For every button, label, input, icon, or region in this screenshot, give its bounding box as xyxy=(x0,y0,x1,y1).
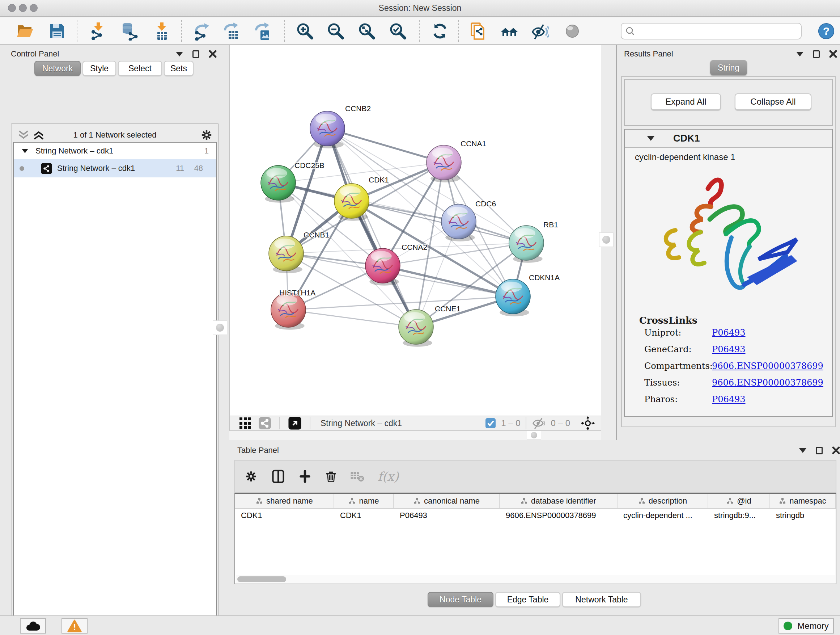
expand-all-button[interactable]: Expand All xyxy=(651,93,721,110)
zoom-selected-icon[interactable] xyxy=(388,22,407,41)
table-cell[interactable]: 9606.ENSP00000378699 xyxy=(500,509,617,524)
crosslink-label: GeneCard: xyxy=(644,344,692,355)
import-network-from-database-icon[interactable] xyxy=(120,22,139,41)
table-cell[interactable]: CDK1 xyxy=(334,509,394,524)
tab-network-table[interactable]: Network Table xyxy=(562,592,641,607)
save-session-icon[interactable] xyxy=(48,22,66,41)
column-header-shared-name[interactable]: shared name xyxy=(235,494,334,508)
network-canvas[interactable]: CCNB2CCNA1CDC25BCDK1CDC6RB1CCNB1CCNA2CDK… xyxy=(229,45,601,416)
table-cell[interactable]: P06493 xyxy=(394,509,500,524)
close-panel-icon[interactable] xyxy=(209,50,217,58)
hide-selected-icon[interactable] xyxy=(531,22,549,41)
gene-section-header[interactable]: CDK1 xyxy=(625,130,832,148)
float-panel-icon[interactable] xyxy=(193,50,199,58)
collapse-panel-icon[interactable] xyxy=(176,52,183,57)
show-all-icon[interactable] xyxy=(563,22,582,41)
column-header-database-identifier[interactable]: database identifier xyxy=(500,494,617,508)
selected-checkbox-icon[interactable] xyxy=(485,418,496,429)
node-label-CCNB2: CCNB2 xyxy=(345,104,371,112)
graph-node-CCNA1[interactable]: CCNA1 xyxy=(426,139,486,182)
cloud-button[interactable] xyxy=(20,618,46,633)
export-image-icon[interactable] xyxy=(253,22,272,41)
memory-button[interactable]: Memory xyxy=(778,618,834,633)
refresh-icon[interactable] xyxy=(431,22,449,41)
crosslink-value-link[interactable]: P06493 xyxy=(712,344,745,355)
table-cell[interactable]: stringdb:9... xyxy=(708,509,770,524)
crosslinks-title: CrossLinks xyxy=(639,315,698,326)
horizontal-splitter[interactable] xyxy=(229,431,601,440)
current-network-name: String Network – cdk1 xyxy=(321,418,402,428)
collapse-panel-icon[interactable] xyxy=(799,448,806,453)
zoom-in-icon[interactable] xyxy=(295,22,314,41)
gear-icon[interactable] xyxy=(244,469,258,484)
close-panel-icon[interactable] xyxy=(829,50,837,58)
graph-node-RB1[interactable]: RB1 xyxy=(509,220,558,263)
graph-node-CCNB2[interactable]: CCNB2 xyxy=(310,104,371,149)
collapse-panel-icon[interactable] xyxy=(796,52,804,57)
left-splitter-handle[interactable] xyxy=(213,320,227,335)
tab-node-table[interactable]: Node Table xyxy=(428,592,493,607)
protein-structure-image xyxy=(654,169,806,306)
float-panel-icon[interactable] xyxy=(816,447,823,454)
tab-string[interactable]: String xyxy=(710,60,747,75)
network-graph[interactable]: CCNB2CCNA1CDC25BCDK1CDC6RB1CCNB1CCNA2CDK… xyxy=(230,45,602,416)
import-table-icon[interactable] xyxy=(152,22,171,41)
memory-label: Memory xyxy=(797,621,829,631)
warnings-button[interactable] xyxy=(62,618,88,633)
collapse-all-button[interactable]: Collapse All xyxy=(735,93,812,110)
table-cell[interactable]: stringdb xyxy=(770,509,836,524)
search-input[interactable] xyxy=(635,27,794,36)
tab-select[interactable]: Select xyxy=(118,61,162,76)
network-collection-row[interactable]: String Network – cdk1 1 xyxy=(14,143,216,159)
gear-icon[interactable] xyxy=(200,128,213,142)
add-column-icon[interactable] xyxy=(298,470,312,483)
zoom-out-icon[interactable] xyxy=(326,22,345,41)
table-hscrollbar[interactable] xyxy=(236,575,835,583)
tree-expand-icon[interactable] xyxy=(22,149,28,153)
help-icon[interactable]: ? xyxy=(817,22,835,40)
export-table-icon[interactable] xyxy=(222,22,241,41)
column-header-name[interactable]: name xyxy=(334,494,394,508)
toolbar-separator xyxy=(419,20,420,42)
right-splitter-handle[interactable] xyxy=(599,233,614,247)
delete-column-icon[interactable] xyxy=(324,470,338,483)
crosslink-value-link[interactable]: P06493 xyxy=(712,394,745,404)
export-network-icon[interactable] xyxy=(193,22,211,41)
clone-network-icon[interactable] xyxy=(469,22,488,41)
tab-edge-table[interactable]: Edge Table xyxy=(495,592,561,607)
birds-eye-view-icon[interactable] xyxy=(288,416,302,430)
tab-style[interactable]: Style xyxy=(82,61,116,76)
table-cell[interactable]: cyclin-dependent ... xyxy=(617,509,708,524)
import-network-icon[interactable] xyxy=(89,22,108,41)
table-row[interactable]: CDK1CDK1P064939606.ENSP00000378699cyclin… xyxy=(235,509,836,524)
zoom-fit-icon[interactable] xyxy=(357,22,376,41)
tab-sets[interactable]: Sets xyxy=(164,61,194,76)
network-view-icon[interactable] xyxy=(258,417,271,430)
network-view-toolbar: String Network – cdk1 1 – 0 0 – 0 xyxy=(229,416,601,431)
crosslink-value-link[interactable]: P06493 xyxy=(712,328,745,338)
table-cell[interactable]: CDK1 xyxy=(235,509,334,524)
float-panel-icon[interactable] xyxy=(813,50,820,58)
column-header-namespac[interactable]: namespac xyxy=(770,494,836,508)
graph-node-CDKN1A[interactable]: CDKN1A xyxy=(496,273,560,317)
node-label-CCNB1: CCNB1 xyxy=(303,231,329,239)
column-header-description[interactable]: description xyxy=(617,494,708,508)
column-header--id[interactable]: @id xyxy=(708,494,770,508)
tab-network[interactable]: Network xyxy=(34,61,81,76)
first-neighbors-icon[interactable] xyxy=(500,22,519,41)
crosslink-value-link[interactable]: 9606.ENSP00000378699 xyxy=(712,361,823,371)
scrollbar-thumb[interactable] xyxy=(237,576,286,582)
column-header-canonical-name[interactable]: canonical name xyxy=(394,494,500,508)
fit-content-crosshair-icon[interactable] xyxy=(580,416,595,431)
bottom-splitter-handle[interactable] xyxy=(527,431,541,440)
grid-view-icon[interactable] xyxy=(239,417,252,430)
network-row[interactable]: String Network – cdk1 11 48 xyxy=(14,159,216,177)
show-columns-icon[interactable] xyxy=(271,469,286,484)
collection-count: 1 xyxy=(204,146,209,156)
gene-collapse-icon[interactable] xyxy=(647,136,654,141)
node-label-CDC25B: CDC25B xyxy=(294,161,325,169)
vertical-splitter[interactable] xyxy=(601,45,617,440)
crosslink-value-link[interactable]: 9606.ENSP00000378699 xyxy=(712,378,823,388)
open-session-icon[interactable] xyxy=(15,22,34,41)
close-panel-icon[interactable] xyxy=(832,447,840,454)
